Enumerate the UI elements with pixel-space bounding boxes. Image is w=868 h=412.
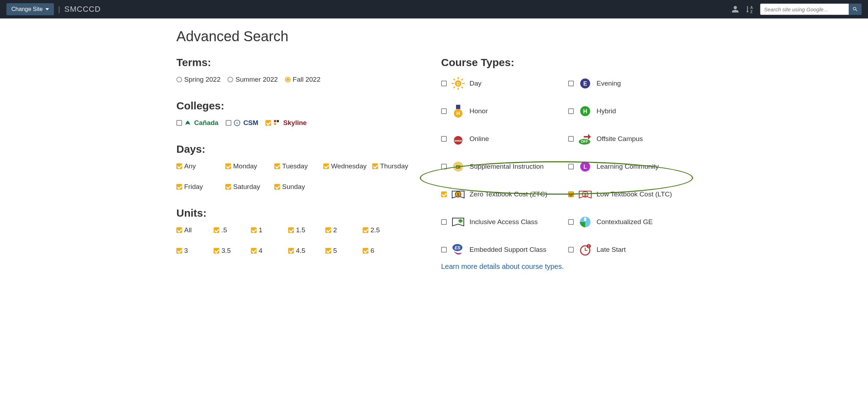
svg-text:www: www bbox=[454, 139, 462, 142]
unit-label: 6 bbox=[370, 247, 374, 255]
user-icon[interactable] bbox=[730, 4, 740, 14]
course-type-option[interactable]: LLearning Community bbox=[568, 159, 692, 174]
day-label: Wednesday bbox=[331, 162, 367, 170]
checkbox[interactable] bbox=[568, 191, 574, 197]
checkbox[interactable] bbox=[225, 163, 231, 169]
course-type-label: Inclusive Access Class bbox=[469, 218, 565, 226]
change-site-button[interactable]: Change Site bbox=[6, 3, 54, 15]
term-option[interactable]: Spring 2022 bbox=[176, 76, 220, 83]
course-type-option[interactable]: HHybrid bbox=[568, 103, 692, 119]
checkbox[interactable] bbox=[176, 120, 182, 126]
day-option[interactable]: Friday bbox=[176, 183, 222, 191]
unit-option[interactable]: 2 bbox=[325, 226, 359, 234]
checkbox[interactable] bbox=[176, 248, 182, 254]
checkbox[interactable] bbox=[225, 184, 231, 190]
unit-option[interactable]: 3.5 bbox=[214, 247, 247, 255]
course-type-option[interactable]: $Low Textbook Cost (LTC) bbox=[568, 186, 692, 202]
unit-option[interactable]: .5 bbox=[214, 226, 247, 234]
day-option[interactable]: Sunday bbox=[274, 183, 320, 191]
checkbox[interactable] bbox=[214, 227, 219, 233]
sort-az-icon[interactable]: AZ bbox=[745, 4, 755, 14]
college-option[interactable]: Skyline bbox=[265, 119, 307, 127]
unit-option[interactable]: 4 bbox=[251, 247, 285, 255]
unit-option[interactable]: 6 bbox=[363, 247, 396, 255]
unit-label: All bbox=[184, 226, 192, 234]
day-option[interactable]: Wednesday bbox=[323, 162, 369, 170]
unit-option[interactable]: All bbox=[176, 226, 210, 234]
college-option[interactable]: Cañada bbox=[176, 119, 219, 127]
course-type-option[interactable]: $Zero Textbook Cost (ZTC) bbox=[441, 186, 565, 202]
checkbox[interactable] bbox=[441, 81, 447, 86]
checkbox[interactable] bbox=[288, 227, 294, 233]
checkbox[interactable] bbox=[274, 163, 280, 169]
svg-text:A: A bbox=[750, 5, 753, 10]
checkbox[interactable] bbox=[441, 247, 447, 253]
units-heading: Units: bbox=[176, 207, 427, 219]
unit-option[interactable]: 2.5 bbox=[363, 226, 396, 234]
learn-more-link[interactable]: Learn more details about course types. bbox=[441, 262, 564, 271]
college-option[interactable]: SCSM bbox=[226, 119, 258, 127]
course-type-label: Low Textbook Cost (LTC) bbox=[597, 190, 692, 198]
day-option[interactable]: Any bbox=[176, 162, 222, 170]
checkbox[interactable] bbox=[363, 227, 368, 233]
checkbox[interactable] bbox=[568, 136, 574, 142]
radio-button[interactable] bbox=[227, 77, 233, 82]
unit-option[interactable]: 3 bbox=[176, 247, 210, 255]
checkbox[interactable] bbox=[568, 81, 574, 86]
course-type-option[interactable]: SISupplemental Instruction bbox=[441, 159, 565, 174]
course-type-option[interactable]: !Late Start bbox=[568, 242, 692, 258]
checkbox[interactable] bbox=[568, 108, 574, 114]
checkbox[interactable] bbox=[441, 136, 447, 142]
checkbox[interactable] bbox=[323, 163, 329, 169]
checkbox[interactable] bbox=[274, 184, 280, 190]
unit-option[interactable]: 1 bbox=[251, 226, 285, 234]
radio-button[interactable] bbox=[285, 77, 291, 82]
term-option[interactable]: Fall 2022 bbox=[285, 76, 320, 83]
radio-button[interactable] bbox=[176, 77, 182, 82]
day-option[interactable]: Saturday bbox=[225, 183, 271, 191]
course-type-option[interactable]: ESEmbedded Support Class bbox=[441, 242, 565, 258]
search-input[interactable] bbox=[760, 4, 849, 15]
day-option[interactable]: Thursday bbox=[372, 162, 418, 170]
unit-option[interactable]: 4.5 bbox=[288, 247, 322, 255]
checkbox[interactable] bbox=[568, 247, 574, 253]
term-option[interactable]: Summer 2022 bbox=[227, 76, 278, 83]
term-label: Summer 2022 bbox=[235, 76, 278, 83]
checkbox[interactable] bbox=[176, 163, 182, 169]
day-option[interactable]: Monday bbox=[225, 162, 271, 170]
day-option[interactable]: Tuesday bbox=[274, 162, 320, 170]
checkbox[interactable] bbox=[325, 227, 331, 233]
course-type-option[interactable]: HHonor bbox=[441, 103, 565, 119]
unit-label: 4 bbox=[259, 247, 263, 255]
checkbox[interactable] bbox=[288, 248, 294, 254]
checkbox[interactable] bbox=[265, 120, 271, 126]
checkbox[interactable] bbox=[176, 184, 182, 190]
checkbox[interactable] bbox=[226, 120, 231, 126]
course-type-label: Honor bbox=[469, 107, 565, 115]
search-button[interactable] bbox=[849, 4, 862, 15]
unit-label: .5 bbox=[221, 226, 227, 234]
checkbox[interactable] bbox=[176, 227, 182, 233]
checkbox[interactable] bbox=[363, 248, 368, 254]
checkbox[interactable] bbox=[441, 219, 447, 225]
checkbox[interactable] bbox=[214, 248, 219, 254]
course-type-option[interactable]: DDay bbox=[441, 76, 565, 91]
checkbox[interactable] bbox=[441, 108, 447, 114]
course-type-option[interactable]: Contextualized GE bbox=[568, 214, 692, 230]
checkbox[interactable] bbox=[441, 164, 447, 169]
checkbox[interactable] bbox=[251, 227, 257, 233]
checkbox[interactable] bbox=[568, 219, 574, 225]
checkbox[interactable] bbox=[325, 248, 331, 254]
unit-option[interactable]: 1.5 bbox=[288, 226, 322, 234]
course-type-option[interactable]: OFFOffsite Campus bbox=[568, 131, 692, 147]
unit-option[interactable]: 5 bbox=[325, 247, 359, 255]
checkbox[interactable] bbox=[568, 164, 574, 169]
checkbox[interactable] bbox=[441, 191, 447, 197]
checkbox[interactable] bbox=[372, 163, 378, 169]
checkbox[interactable] bbox=[251, 248, 257, 254]
change-site-label: Change Site bbox=[11, 6, 43, 12]
course-type-option[interactable]: Inclusive Access Class bbox=[441, 214, 565, 230]
terms-section: Terms: Spring 2022Summer 2022Fall 2022 bbox=[176, 56, 427, 83]
course-type-option[interactable]: wwwOnline bbox=[441, 131, 565, 147]
course-type-option[interactable]: EEvening bbox=[568, 76, 692, 91]
